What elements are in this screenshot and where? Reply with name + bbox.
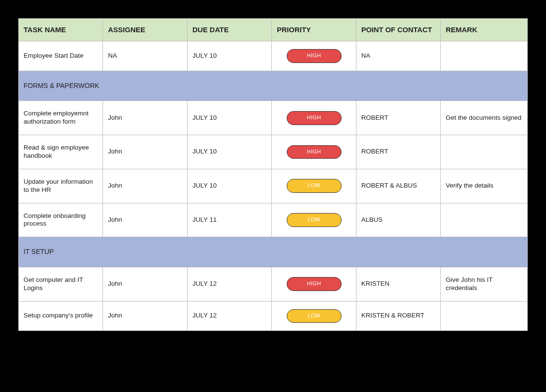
cell-due: JULY 10 <box>187 169 271 203</box>
table-row: Setup company's profileJohnJULY 12LOWKRI… <box>19 301 528 331</box>
priority-pill-high: HIGH <box>287 111 342 125</box>
cell-task: Setup company's profile <box>19 301 103 331</box>
cell-remark <box>441 135 528 169</box>
priority-pill-high: HIGH <box>287 277 342 291</box>
table-row: Complete onboarding processJohnJULY 11LO… <box>19 203 528 237</box>
cell-remark <box>441 203 528 237</box>
cell-contact: ROBERT <box>356 101 440 135</box>
cell-contact: ROBERT <box>356 135 440 169</box>
cell-assignee: NA <box>103 41 187 71</box>
table-row: Get computer and IT LoginsJohnJULY 12HIG… <box>19 267 528 301</box>
cell-priority: HIGH <box>272 135 356 169</box>
cell-task: Get computer and IT Logins <box>19 267 103 301</box>
priority-pill-low: LOW <box>287 213 342 227</box>
cell-assignee: John <box>103 203 187 237</box>
cell-contact: KRISTEN <box>356 267 440 301</box>
cell-task: Update your information to the HR <box>19 169 103 203</box>
table-row: Update your information to the HRJohnJUL… <box>19 169 528 203</box>
table-row: Read & sign employee handbookJohnJULY 10… <box>19 135 528 169</box>
cell-task: Complete onboarding process <box>19 203 103 237</box>
col-due: DUE DATE <box>187 19 271 41</box>
cell-due: JULY 10 <box>187 135 271 169</box>
col-contact: POINT OF CONTACT <box>356 19 440 41</box>
cell-task: Complete employemnt authorization form <box>19 101 103 135</box>
col-assignee: ASSIGNEE <box>103 19 187 41</box>
cell-priority: HIGH <box>272 41 356 71</box>
cell-due: JULY 10 <box>187 101 271 135</box>
cell-contact: ALBUS <box>356 203 440 237</box>
cell-assignee: John <box>103 267 187 301</box>
cell-remark <box>441 41 528 71</box>
cell-priority: LOW <box>272 203 356 237</box>
section-label: IT SETUP <box>19 237 528 267</box>
col-remark: REMARK <box>441 19 528 41</box>
col-task: TASK NAME <box>19 19 103 41</box>
section-row: FORMS & PAPERWORK <box>19 71 528 101</box>
cell-task: Employee Start Date <box>19 41 103 71</box>
cell-due: JULY 12 <box>187 301 271 331</box>
cell-assignee: John <box>103 169 187 203</box>
cell-due: JULY 12 <box>187 267 271 301</box>
cell-contact: NA <box>356 41 440 71</box>
cell-remark: Verify the details <box>441 169 528 203</box>
onboarding-task-table: TASK NAME ASSIGNEE DUE DATE PRIORITY POI… <box>18 18 528 331</box>
section-row: IT SETUP <box>19 237 528 267</box>
table-row: Employee Start DateNAJULY 10HIGHNA <box>19 41 528 71</box>
cell-priority: LOW <box>272 169 356 203</box>
cell-assignee: John <box>103 135 187 169</box>
table-header-row: TASK NAME ASSIGNEE DUE DATE PRIORITY POI… <box>19 19 528 41</box>
cell-priority: HIGH <box>272 267 356 301</box>
cell-due: JULY 11 <box>187 203 271 237</box>
col-priority: PRIORITY <box>272 19 356 41</box>
priority-pill-low: LOW <box>287 309 342 323</box>
cell-contact: ROBERT & ALBUS <box>356 169 440 203</box>
cell-priority: HIGH <box>272 101 356 135</box>
cell-assignee: John <box>103 101 187 135</box>
priority-pill-high: HIGH <box>287 49 342 63</box>
table-row: Complete employemnt authorization formJo… <box>19 101 528 135</box>
priority-pill-low: LOW <box>287 179 342 193</box>
cell-remark <box>441 301 528 331</box>
section-label: FORMS & PAPERWORK <box>19 71 528 101</box>
cell-remark: Get the documents signed <box>441 101 528 135</box>
priority-pill-high: HIGH <box>287 145 342 159</box>
cell-remark: Give John his IT credentials <box>441 267 528 301</box>
cell-priority: LOW <box>272 301 356 331</box>
cell-task: Read & sign employee handbook <box>19 135 103 169</box>
cell-due: JULY 10 <box>187 41 271 71</box>
cell-assignee: John <box>103 301 187 331</box>
cell-contact: KRISTEN & ROBERT <box>356 301 440 331</box>
